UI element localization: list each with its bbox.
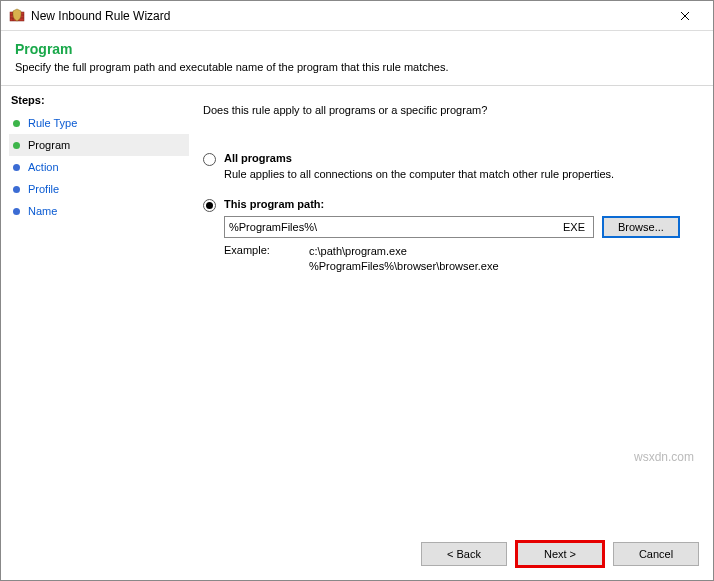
wizard-window: New Inbound Rule Wizard Program Specify …	[0, 0, 714, 581]
step-label[interactable]: Name	[28, 205, 57, 217]
step-label: Program	[28, 139, 70, 151]
example-line: c:\path\program.exe	[309, 244, 499, 259]
bullet-icon	[13, 164, 20, 171]
next-button[interactable]: Next >	[517, 542, 603, 566]
step-program[interactable]: Program	[9, 134, 189, 156]
wizard-header: Program Specify the full program path an…	[1, 31, 713, 86]
example-text: c:\path\program.exe %ProgramFiles%\brows…	[309, 244, 499, 275]
program-path-row: %ProgramFiles%\ EXE Browse...	[224, 216, 695, 238]
step-label[interactable]: Rule Type	[28, 117, 77, 129]
close-button[interactable]	[665, 2, 705, 30]
watermark: wsxdn.com	[634, 450, 694, 464]
step-label[interactable]: Profile	[28, 183, 59, 195]
radio-all-programs[interactable]	[203, 153, 216, 166]
main-panel: Does this rule apply to all programs or …	[189, 86, 713, 532]
bullet-icon	[13, 120, 20, 127]
page-subtitle: Specify the full program path and execut…	[15, 61, 699, 73]
steps-heading: Steps:	[9, 94, 189, 106]
step-label[interactable]: Action	[28, 161, 59, 173]
bullet-icon	[13, 208, 20, 215]
step-profile[interactable]: Profile	[9, 178, 189, 200]
wizard-footer: < Back Next > Cancel	[1, 532, 713, 580]
bullet-icon	[13, 142, 20, 149]
path-value: %ProgramFiles%\	[229, 221, 563, 233]
back-button[interactable]: < Back	[421, 542, 507, 566]
page-title: Program	[15, 41, 699, 57]
path-ext: EXE	[563, 221, 589, 233]
firewall-icon	[9, 8, 25, 24]
option-program-path[interactable]: This program path:	[203, 198, 695, 212]
radio-program-path[interactable]	[203, 199, 216, 212]
window-title: New Inbound Rule Wizard	[31, 9, 665, 23]
option-label: This program path:	[224, 198, 324, 210]
rule-question: Does this rule apply to all programs or …	[203, 104, 695, 116]
titlebar: New Inbound Rule Wizard	[1, 1, 713, 31]
step-name[interactable]: Name	[9, 200, 189, 222]
option-label: All programs	[224, 152, 292, 164]
cancel-button[interactable]: Cancel	[613, 542, 699, 566]
wizard-body: Steps: Rule Type Program Action Profile …	[1, 86, 713, 532]
option-all-programs[interactable]: All programs	[203, 152, 695, 166]
step-rule-type[interactable]: Rule Type	[9, 112, 189, 134]
program-path-input[interactable]: %ProgramFiles%\ EXE	[224, 216, 594, 238]
bullet-icon	[13, 186, 20, 193]
example-row: Example: c:\path\program.exe %ProgramFil…	[224, 244, 695, 275]
example-line: %ProgramFiles%\browser\browser.exe	[309, 259, 499, 274]
steps-sidebar: Steps: Rule Type Program Action Profile …	[1, 86, 189, 532]
step-action[interactable]: Action	[9, 156, 189, 178]
option-all-desc: Rule applies to all connections on the c…	[224, 168, 695, 180]
browse-button[interactable]: Browse...	[602, 216, 680, 238]
example-label: Example:	[224, 244, 309, 275]
